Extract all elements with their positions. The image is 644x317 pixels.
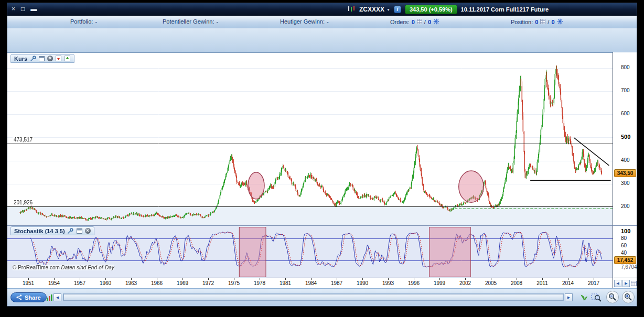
scroll-left-button[interactable]: ◀ (53, 293, 61, 301)
potential-gain-label: Potentieller Gewinn: (163, 18, 214, 25)
detach-window-icon[interactable] (76, 228, 83, 234)
price-axis-tick: 300 (621, 180, 630, 186)
scrollbar-thumb[interactable] (63, 294, 563, 301)
time-axis-year-label: 1963 (125, 280, 137, 286)
last-price-badge: 343,50 (614, 169, 636, 177)
move-up-icon[interactable] (64, 56, 71, 62)
time-axis-tick (491, 278, 491, 280)
window-controls: × □ ▬ (12, 5, 37, 13)
chart-toolbar: 1000 Einheiten ▼ Monatlich ▼ ▼ ► Anz Lim… (7, 28, 637, 52)
candlestick-icon (347, 5, 356, 14)
share-icon (16, 294, 22, 300)
bottom-toolbar: Share ◀ ▶ (7, 288, 637, 306)
time-axis-year-label: 2017 (588, 280, 599, 286)
info-icon[interactable]: i (394, 6, 401, 13)
time-axis-tick (517, 278, 517, 280)
time-axis-tick (28, 278, 29, 280)
wrench-icon[interactable] (67, 228, 74, 234)
time-axis-year-label: 1987 (331, 280, 342, 286)
date-range-icon[interactable] (631, 279, 637, 288)
time-axis-tick (414, 278, 414, 280)
time-axis[interactable]: 1951195419571960196319661969197219751978… (7, 278, 613, 288)
orders-separator: / (424, 19, 426, 25)
time-axis-year-label: 1984 (305, 280, 317, 286)
stochastic-canvas[interactable] (7, 226, 613, 278)
stochastic-panel-tab[interactable]: Stochastik (14 3 5) × (10, 226, 94, 235)
lower-level-label[interactable]: 201,926 (13, 200, 34, 205)
time-axis-tick (80, 278, 80, 280)
watermark-note: Daten sind End-of-Day (61, 265, 114, 270)
time-axis-tick (208, 278, 209, 280)
close-icon[interactable]: × (12, 5, 15, 13)
trading-window: × □ ▬ ZCXXXX▼ i 343,50 (+0,59%) 10.11.20… (7, 3, 637, 306)
time-axis-tick (234, 278, 234, 280)
stochastic-axis[interactable]: 17,452 7,6704 100806040 (613, 225, 637, 278)
time-axis-year-label: 2002 (459, 280, 471, 286)
time-axis-year-label: 2014 (562, 280, 574, 286)
trend-tool-icon[interactable] (45, 293, 53, 302)
zoom-in-button[interactable] (622, 291, 635, 303)
auto-position-gear-icon[interactable] (557, 18, 563, 26)
stochastic-d-value: 7,6704 (621, 264, 637, 270)
detach-window-icon[interactable] (38, 56, 45, 62)
time-axis-year-label: 1975 (228, 280, 240, 286)
scroll-right-icon[interactable]: ▶ (622, 280, 630, 287)
watermark: © ProRealTime.com Daten sind End-of-Day (13, 265, 114, 270)
price-chart-canvas[interactable] (7, 53, 613, 226)
time-axis-year-label: 1999 (434, 280, 445, 286)
stochastic-panel-title: Stochastik (14 3 5) (14, 228, 65, 234)
close-panel-icon[interactable]: × (47, 56, 53, 61)
arrow-left-icon: ◀ (56, 296, 59, 300)
zoom-selection-icon[interactable] (591, 292, 602, 302)
time-axis-tick (542, 278, 543, 280)
stochastic-k-badge: 17,452 (614, 256, 636, 264)
move-down-icon[interactable] (55, 56, 62, 62)
position-list-icon[interactable] (540, 19, 545, 25)
time-axis-tick (183, 278, 183, 280)
close-panel-icon[interactable]: × (85, 228, 91, 234)
time-axis-controls: ◀ ▶ (613, 278, 637, 288)
arrow-right-icon: ▶ (567, 296, 570, 300)
today-gain: Heutiger Gewinn:- (280, 18, 329, 25)
scroll-right-button[interactable]: ▶ (565, 293, 573, 301)
orders-auto-count: 0 (428, 19, 431, 25)
price-panel-tab[interactable]: Kurs × (10, 54, 74, 63)
potential-gain: Potentieller Gewinn:- (163, 18, 218, 25)
price-axis-tick: 200 (621, 203, 630, 209)
scroll-left-icon[interactable]: ◀ (614, 280, 621, 287)
price-axis[interactable]: 343,50 800700600500400300200 (613, 52, 637, 225)
upper-level-label[interactable]: 473,517 (13, 137, 34, 143)
screen: × □ ▬ ZCXXXX▼ i 343,50 (+0,59%) 10.11.20… (0, 0, 644, 317)
time-axis-year-label: 1993 (382, 280, 394, 286)
time-axis-tick (105, 278, 106, 280)
portfolio-label: Portfolio: (70, 18, 93, 25)
stochastic-axis-tick: 40 (621, 250, 627, 256)
orders-count: 0 (412, 19, 415, 25)
zoom-out-button[interactable] (606, 291, 619, 303)
share-button[interactable]: Share (10, 292, 47, 302)
price-axis-tick: 500 (621, 134, 630, 140)
orders-list-icon[interactable] (417, 19, 422, 25)
horizontal-scrollbar[interactable] (63, 293, 564, 301)
time-axis-year-label: 2008 (511, 280, 522, 286)
minimize-icon[interactable]: ▬ (30, 5, 37, 13)
position-auto-count: 0 (551, 19, 554, 25)
title-bar: × □ ▬ ZCXXXX▼ i 343,50 (+0,59%) 10.11.20… (7, 3, 637, 16)
time-axis-year-label: 1996 (408, 280, 420, 286)
portfolio-value: - (95, 18, 97, 25)
auto-orders-gear-icon[interactable] (433, 18, 439, 26)
instrument-header: ZCXXXX▼ i 343,50 (+0,59%) 10.11.2017 Cor… (347, 3, 549, 16)
price-panel-title: Kurs (14, 56, 27, 62)
time-axis-year-label: 2005 (485, 280, 497, 286)
time-axis-year-label: 1972 (202, 280, 214, 286)
eco-leaf-icon[interactable] (579, 292, 588, 303)
time-axis-tick (260, 278, 260, 280)
symbol-select[interactable]: ZCXXXX▼ (359, 6, 390, 13)
time-axis-tick (388, 278, 389, 280)
wrench-icon[interactable] (29, 56, 36, 62)
stochastic-axis-tick: 80 (621, 235, 627, 241)
time-axis-year-label: 1951 (23, 280, 34, 286)
maximize-icon[interactable]: □ (21, 5, 25, 13)
portfolio-summary: Portfolio:- (70, 18, 97, 25)
time-axis-tick (54, 278, 55, 280)
